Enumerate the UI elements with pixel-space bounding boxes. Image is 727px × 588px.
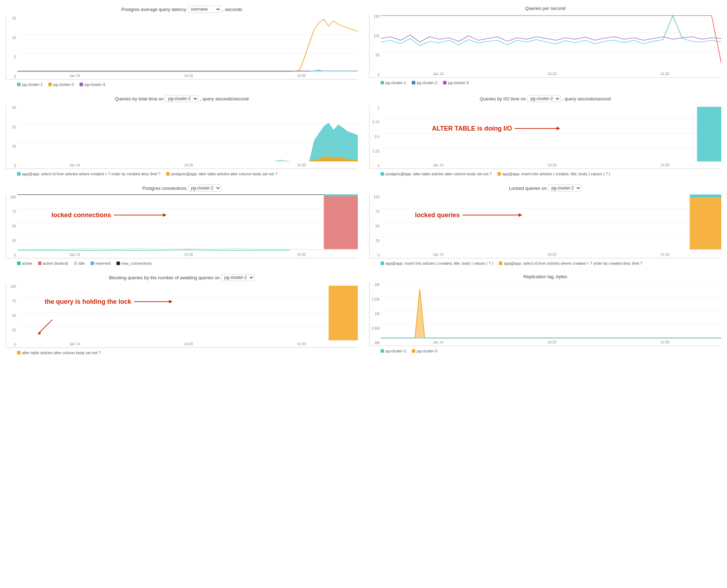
- queries-total-time-chart: 30 20 10 0 Jan 14: [6, 105, 358, 169]
- avg-latency-title: Postgres average query latency overview …: [6, 6, 358, 13]
- queries-per-second-chart: 150 100 50 0 Jan 14: [369, 14, 721, 78]
- locked-queries-annotation-text: locked queries: [415, 211, 460, 219]
- queries-total-time-legend: app@app: select id from articles where c…: [6, 172, 358, 176]
- queries-per-second-legend: pg-cluster-1 pg-cluster-2 pg-cluster-3: [369, 81, 721, 85]
- blocking-queries-legend: alter table articles alter column body s…: [6, 351, 358, 355]
- svg-rect-28: [690, 194, 721, 197]
- replication-lag-panel: Replication lag, bytes 2M 1.5M 1M 0.5M 0…: [369, 274, 721, 355]
- avg-latency-dropdown[interactable]: overview pg-cluster-1 pg-cluster-2 pg-cl…: [188, 6, 221, 13]
- blocking-queries-annotation-text: the query is holding the lock: [45, 298, 131, 306]
- queries-io-time-title: Queries by I/O time on pg-cluster-2 pg-c…: [369, 95, 721, 102]
- svg-marker-10: [309, 123, 358, 161]
- locked-queries-legend: app@app: insert into articles ( created,…: [369, 261, 721, 265]
- avg-latency-chart: 15 10 5 0: [6, 16, 358, 79]
- legend-item: idle: [74, 261, 85, 265]
- legend-item: active: [17, 261, 32, 265]
- legend-item: alter table articles alter column body s…: [17, 351, 100, 355]
- avg-latency-panel: Postgres average query latency overview …: [6, 6, 358, 87]
- legend-item: pg-cluster-1: [381, 81, 406, 85]
- queries-total-time-panel: Queries by total time on pg-cluster-2 pg…: [6, 95, 358, 176]
- legend-item: pg-cluster-2: [412, 81, 437, 85]
- legend-item: reserved: [91, 261, 111, 265]
- legend-item: pg-cluster-3: [412, 349, 437, 353]
- svg-rect-17: [697, 107, 722, 161]
- avg-latency-legend: pg-cluster-1 pg-cluster-2 pg-cluster-3: [6, 82, 358, 87]
- legend-item: postgres@app: alter table articles alter…: [166, 172, 277, 176]
- legend-item: pg-cluster-3: [80, 82, 105, 87]
- pg-connections-panel: Postgres connections pg-cluster-2 pg-clu…: [6, 185, 358, 265]
- queries-io-time-dropdown[interactable]: pg-cluster-2 pg-cluster-1 pg-cluster-3: [527, 95, 561, 102]
- queries-total-time-dropdown[interactable]: pg-cluster-2 pg-cluster-1 pg-cluster-3: [165, 95, 198, 102]
- locked-queries-chart: 100 75 50 25 0 locke: [369, 194, 721, 258]
- queries-io-time-chart: 1 0.75 0.5 0.25 0 ALTER TABLE is doing I…: [369, 105, 721, 169]
- svg-line-35: [38, 320, 52, 334]
- blocking-queries-chart: 100 75 50 25 0 the query is holding the …: [6, 284, 358, 348]
- blocking-queries-dropdown[interactable]: pg-cluster-2 pg-cluster-1 pg-cluster-3: [221, 274, 255, 281]
- queries-io-time-panel: Queries by I/O time on pg-cluster-2 pg-c…: [369, 95, 721, 176]
- svg-rect-29: [690, 197, 721, 249]
- locked-queries-panel: Locked queries on pg-cluster-2 pg-cluste…: [369, 185, 721, 265]
- replication-lag-legend: pg-cluster-1 pg-cluster-3: [369, 349, 721, 353]
- svg-rect-22: [324, 196, 358, 249]
- blocking-queries-title: Blocking queries by the number of awaiti…: [6, 274, 358, 281]
- legend-item: pg-cluster-1: [381, 349, 406, 353]
- connections-annotation-text: locked connections: [51, 211, 111, 219]
- pg-connections-chart: 100 75 50 25 0: [6, 194, 358, 258]
- queries-io-time-legend: postgres@app: alter table articles alter…: [369, 172, 721, 176]
- pg-connections-legend: active active (locked) idle reserved max…: [6, 261, 358, 265]
- blocking-queries-panel: Blocking queries by the number of awaiti…: [6, 274, 358, 355]
- svg-rect-34: [329, 286, 358, 340]
- pg-connections-title: Postgres connections pg-cluster-2 pg-clu…: [6, 185, 358, 192]
- queries-per-second-panel: Queries per second 150 100 50 0: [369, 6, 721, 87]
- legend-item: app@app: insert into articles ( created,…: [381, 261, 493, 265]
- legend-item: app@app: select id from articles where c…: [499, 261, 642, 265]
- legend-item: app@app: select id from articles where c…: [17, 172, 160, 176]
- replication-lag-title: Replication lag, bytes: [369, 274, 721, 279]
- svg-rect-23: [324, 194, 358, 196]
- legend-item: pg-cluster-3: [443, 81, 469, 85]
- locked-queries-dropdown[interactable]: pg-cluster-2 pg-cluster-1 pg-cluster-3: [548, 185, 581, 192]
- replication-lag-chart: 2M 1.5M 1M 0.5M 0M: [369, 282, 721, 346]
- queries-per-second-title: Queries per second: [369, 6, 721, 11]
- pg-connections-dropdown[interactable]: pg-cluster-2 pg-cluster-1 pg-cluster-3: [188, 185, 221, 192]
- locked-queries-title: Locked queries on pg-cluster-2 pg-cluste…: [369, 185, 721, 192]
- legend-item: postgres@app: alter table articles alter…: [381, 172, 492, 176]
- dashboard: Postgres average query latency overview …: [6, 6, 721, 355]
- legend-item: active (locked): [38, 261, 68, 265]
- legend-item: pg-cluster-2: [48, 82, 74, 87]
- legend-item: app@app: insert into articles ( created,…: [497, 172, 610, 176]
- io-annotation-text: ALTER TABLE is doing I/O: [432, 125, 512, 132]
- queries-total-time-title: Queries by total time on pg-cluster-2 pg…: [6, 95, 358, 102]
- legend-item: pg-cluster-1: [17, 82, 43, 87]
- legend-item: max_connections: [116, 261, 152, 265]
